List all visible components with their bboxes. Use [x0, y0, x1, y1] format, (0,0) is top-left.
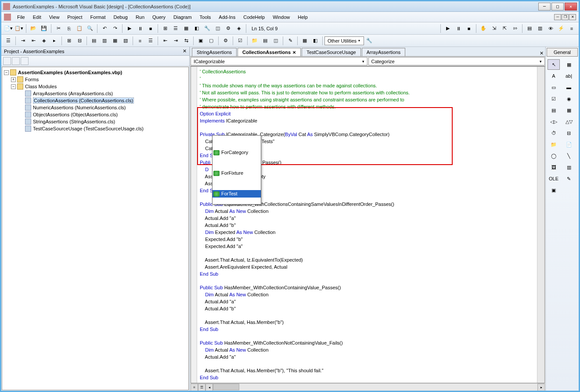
line-icon[interactable]: ╲ — [563, 151, 575, 161]
object-dropdown[interactable]: ICategorizable — [191, 57, 367, 65]
project-panel-close[interactable]: ✕ — [183, 48, 187, 54]
view-proc-icon[interactable]: ≡ — [191, 384, 198, 391]
menu-codehelp[interactable]: CodeHelp — [240, 14, 268, 21]
properties-icon[interactable]: ☰ — [171, 24, 180, 33]
step-into-icon[interactable]: ⇲ — [489, 24, 499, 33]
textbox-icon[interactable]: ab| — [563, 71, 575, 81]
scroll-thumb[interactable] — [213, 384, 239, 390]
callstack-icon[interactable]: ≡ — [567, 24, 576, 33]
file-icon[interactable]: 📄 — [563, 139, 575, 150]
option-icon[interactable]: ◉ — [563, 94, 575, 104]
label-icon[interactable]: A — [548, 71, 560, 81]
stop-icon[interactable]: ■ — [146, 24, 155, 33]
run-icon[interactable]: ▶ — [125, 24, 134, 33]
indent-icon[interactable]: ⇥ — [18, 36, 28, 46]
tabs-close[interactable]: ✕ — [540, 50, 544, 56]
tb-icon-2[interactable]: ▥ — [100, 36, 109, 46]
timer-icon[interactable]: ⏱ — [548, 128, 560, 138]
menu-query[interactable]: Query — [149, 14, 169, 21]
project-root[interactable]: AssertionExamples (AssertionExamples.vbp… — [18, 70, 122, 75]
scroll-left-icon[interactable]: ◂ — [205, 384, 213, 391]
extra-icon[interactable]: ▣ — [548, 185, 560, 195]
tb-icon-7[interactable]: ⇤ — [160, 36, 170, 46]
menu-addins[interactable]: Add-Ins — [215, 14, 239, 21]
class-item[interactable]: ObjectAssertions (ObjectAssertions.cls) — [33, 112, 118, 117]
dir-icon[interactable]: 📁 — [548, 139, 560, 150]
tb-icon-14[interactable]: ▤ — [260, 36, 270, 46]
class-item[interactable]: StringAssertions (StringAssertions.cls) — [33, 119, 115, 124]
ole-icon[interactable]: OLE — [548, 173, 560, 184]
immediate-icon[interactable]: ▥ — [535, 24, 545, 33]
tb-icon-8[interactable]: ⇥ — [171, 36, 180, 46]
tb-icon-1[interactable]: ▤ — [89, 36, 99, 46]
breakpoint-icon[interactable]: ✋ — [479, 24, 488, 33]
tab-stringassertions[interactable]: StringAssertions — [192, 48, 237, 56]
comment-icon[interactable]: ⊞ — [64, 36, 74, 46]
outdent-icon[interactable]: ⇤ — [29, 36, 38, 46]
toolbox-header[interactable]: General — [547, 48, 578, 57]
custom-icon[interactable]: ✎ — [563, 173, 575, 184]
listbox-icon[interactable]: ▦ — [563, 105, 575, 115]
bookmark-icon[interactable]: ◈ — [39, 36, 49, 46]
mdi-minimize[interactable]: ─ — [554, 14, 561, 20]
tab-testcasesourceusage[interactable]: TestCaseSourceUsage — [302, 48, 361, 56]
folder-icon[interactable]: 📁 — [250, 36, 259, 46]
class-item[interactable]: NumericAssertions (NumericAssertions.cls… — [33, 105, 126, 110]
add-project-icon[interactable]: 📄▾ — [4, 24, 13, 33]
tb-icon-17[interactable]: ▦ — [300, 36, 310, 46]
intellisense-popup[interactable]: ForCategory ForFixture ForTest — [212, 135, 261, 205]
component-icon[interactable]: ⚙ — [223, 24, 233, 33]
copy-icon[interactable]: ⎘ — [64, 24, 74, 33]
tb-icon-4[interactable]: ▧ — [121, 36, 130, 46]
hscroll-icon[interactable]: ◁▷ — [548, 116, 560, 127]
project-explorer-icon[interactable]: ⊞ — [160, 24, 170, 33]
code-editor[interactable]: ' CollectionAssertions ' ' This module s… — [197, 67, 537, 383]
menu-project[interactable]: Project — [64, 14, 86, 21]
add-form-icon[interactable]: 📋▾ — [14, 24, 24, 33]
debug-pause-icon[interactable]: ⏸ — [454, 24, 463, 33]
menu-run[interactable]: Run — [132, 14, 148, 21]
tb-icon-3[interactable]: ▦ — [110, 36, 120, 46]
locals-icon[interactable]: ▤ — [525, 24, 534, 33]
data-view-icon[interactable]: ◫ — [213, 24, 223, 33]
vertical-scrollbar[interactable] — [537, 67, 544, 383]
close-button[interactable]: ✕ — [565, 3, 577, 11]
debug-stop-icon[interactable]: ■ — [464, 24, 474, 33]
menu-debug[interactable]: Debug — [110, 14, 131, 21]
tb-icon-6[interactable]: ☰ — [146, 36, 155, 46]
menu-format[interactable]: Format — [87, 14, 109, 21]
intellisense-item-selected[interactable]: ForTest — [213, 190, 261, 198]
tb-icon-16[interactable]: ✎ — [285, 36, 295, 46]
tb-icon-19[interactable]: 🔧 — [364, 36, 374, 46]
procedure-dropdown[interactable]: Categorize — [368, 57, 545, 65]
quickwatch-icon[interactable]: ⚡ — [556, 24, 566, 33]
menu-file[interactable]: File — [14, 14, 29, 21]
menu-help[interactable]: Help — [294, 14, 311, 21]
minimize-button[interactable]: ─ — [538, 3, 551, 11]
object-browser-icon[interactable]: ◧ — [192, 24, 202, 33]
maximize-button[interactable]: □ — [551, 3, 564, 11]
forms-folder[interactable]: Forms — [25, 77, 39, 82]
menu-window[interactable]: Window — [269, 14, 293, 21]
project-tree[interactable]: −AssertionExamples (AssertionExamples.vb… — [2, 67, 189, 390]
checkbox-icon[interactable]: ☑ — [548, 94, 560, 104]
vscroll-icon[interactable]: △▽ — [563, 116, 575, 127]
undo-icon[interactable]: ↶ — [100, 24, 109, 33]
shape-icon[interactable]: ◯ — [548, 151, 560, 161]
view-code-icon[interactable] — [3, 57, 11, 65]
uncomment-icon[interactable]: ⊟ — [75, 36, 84, 46]
view-full-icon[interactable]: ☰ — [198, 384, 205, 391]
tb-icon-15[interactable]: ◫ — [271, 36, 281, 46]
step-out-icon[interactable]: ⇰ — [510, 24, 520, 33]
data-icon[interactable]: ▥ — [563, 162, 575, 173]
menu-edit[interactable]: Edit — [29, 14, 45, 21]
frame-icon[interactable]: ▭ — [548, 82, 560, 93]
tab-arrayassertions[interactable]: ArrayAssertions — [362, 48, 406, 56]
open-icon[interactable]: 📂 — [29, 24, 38, 33]
picturebox-icon[interactable]: ▦ — [563, 59, 575, 70]
class-item[interactable]: ArrayAssertions (ArrayAssertions.cls) — [33, 91, 113, 96]
toggle-folders-icon[interactable] — [21, 57, 29, 65]
drive-icon[interactable]: ⊟ — [563, 128, 575, 138]
watch-icon[interactable]: 👁 — [546, 24, 555, 33]
tab-close-icon[interactable]: ✕ — [292, 50, 296, 55]
